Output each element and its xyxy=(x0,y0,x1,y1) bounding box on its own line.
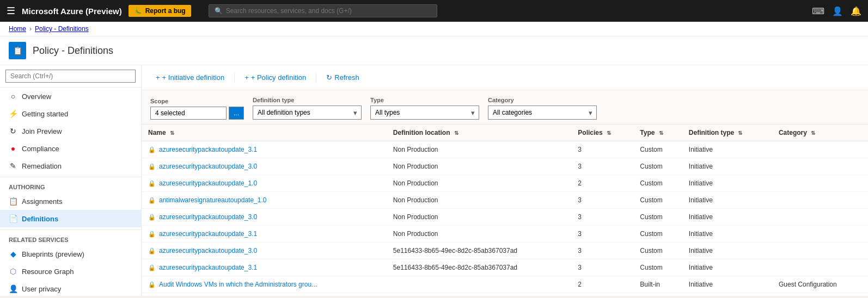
definition-link[interactable]: Audit Windows VMs in which the Administr… xyxy=(159,281,317,288)
sort-type-icon: ⇅ xyxy=(659,130,663,136)
scope-dots-button[interactable]: ... xyxy=(229,107,244,120)
sidebar-item-compliance[interactable]: ● Compliance xyxy=(0,140,141,157)
sidebar-item-definitions[interactable]: 📄 Definitions xyxy=(0,210,141,227)
sidebar-item-label: Definitions xyxy=(22,215,58,223)
sort-location-icon: ⇅ xyxy=(454,130,459,136)
sidebar: ○ Overview ⚡ Getting started ↻ Join Prev… xyxy=(0,65,142,296)
table-row: 🔒 azuresecuritypackautoupdate_1.0 Non Pr… xyxy=(142,175,868,192)
type-select-wrapper: All types xyxy=(370,105,479,120)
refresh-button[interactable]: ↻ Refresh xyxy=(321,71,365,84)
sidebar-item-label: Join Preview xyxy=(22,127,62,135)
sidebar-item-remediation[interactable]: ✎ Remediation xyxy=(0,157,141,175)
sidebar-item-getting-started[interactable]: ⚡ Getting started xyxy=(0,105,141,122)
cell-type: Custom xyxy=(633,192,682,209)
type-select[interactable]: All types xyxy=(370,105,479,120)
definition-link[interactable]: antimalwaresignatureautoupdate_1.0 xyxy=(159,196,266,204)
cell-name: 🔒 azuresecuritypackautoupdate_1.0 xyxy=(142,175,387,192)
sidebar-item-blueprints[interactable]: ◆ Blueprints (preview) xyxy=(0,245,141,263)
category-label: Category xyxy=(488,97,597,103)
breadcrumb-current[interactable]: Policy - Definitions xyxy=(35,25,89,33)
user-icon[interactable]: 👤 xyxy=(832,6,843,16)
lightning-icon: ⚡ xyxy=(9,109,17,118)
policy-icon: 🔒 xyxy=(148,180,156,187)
menu-icon[interactable]: ☰ xyxy=(7,5,15,17)
blueprints-icon: ◆ xyxy=(9,250,17,258)
policy-icon: 🔒 xyxy=(148,163,156,170)
definition-link[interactable]: azuresecuritypackautoupdate_3.0 xyxy=(159,247,257,254)
category-select[interactable]: All categories xyxy=(488,105,597,120)
report-bug-button[interactable]: 🐛 Report a bug xyxy=(129,5,191,17)
category-filter: Category All categories xyxy=(488,97,597,120)
user-privacy-icon: 👤 xyxy=(9,284,17,293)
topbar: ☰ Microsoft Azure (Preview) 🐛 Report a b… xyxy=(0,0,868,22)
col-type[interactable]: Type ⇅ xyxy=(633,125,682,141)
definition-link[interactable]: azuresecuritypackautoupdate_3.1 xyxy=(159,146,257,153)
scope-input-row: ... xyxy=(150,107,244,120)
authoring-section-title: Authoring xyxy=(0,179,141,193)
sidebar-item-label: Compliance xyxy=(22,145,59,153)
cell-type: Custom xyxy=(633,243,682,259)
cell-name: 🔒 azuresecuritypackautoupdate_3.0 xyxy=(142,243,387,259)
scope-input[interactable] xyxy=(150,107,227,120)
refresh-icon: ↻ xyxy=(326,73,332,82)
global-search[interactable]: 🔍 xyxy=(209,4,437,17)
col-category[interactable]: Category ⇅ xyxy=(772,125,868,141)
definition-link[interactable]: azuresecuritypackautoupdate_1.0 xyxy=(159,179,257,187)
filters-bar: Scope ... Definition type All definition… xyxy=(142,90,868,125)
definition-link[interactable]: azuresecuritypackautoupdate_3.1 xyxy=(159,264,257,271)
col-definition-location[interactable]: Definition location ⇅ xyxy=(387,125,572,141)
cell-type: Custom xyxy=(633,259,682,276)
scope-filter: Scope ... xyxy=(150,98,244,120)
col-name[interactable]: Name ⇅ xyxy=(142,125,387,141)
sidebar-search-input[interactable] xyxy=(5,70,136,83)
overview-icon: ○ xyxy=(9,92,17,101)
definition-link[interactable]: azuresecuritypackautoupdate_3.0 xyxy=(159,163,257,170)
cell-definition-type: Initiative xyxy=(682,243,772,259)
breadcrumb-home[interactable]: Home xyxy=(9,25,26,33)
definition-link[interactable]: azuresecuritypackautoupdate_3.0 xyxy=(159,213,257,221)
cell-location: Non Production xyxy=(387,158,572,175)
col-policies[interactable]: Policies ⇅ xyxy=(571,125,633,141)
cell-type: Built-in xyxy=(633,276,682,293)
col-definition-type[interactable]: Definition type ⇅ xyxy=(682,125,772,141)
add-policy-icon: + xyxy=(244,73,249,82)
sidebar-item-label: User privacy xyxy=(22,285,61,293)
policy-icon: 🔒 xyxy=(148,264,156,271)
toolbar-separator-1 xyxy=(234,72,235,83)
definition-type-select[interactable]: All definition types xyxy=(253,105,362,120)
cell-category xyxy=(772,243,868,259)
policy-icon: 🔒 xyxy=(148,281,156,288)
search-input[interactable] xyxy=(226,7,431,15)
scope-label: Scope xyxy=(150,98,244,104)
main-content: + + Initiative definition + + Policy def… xyxy=(142,65,868,296)
sidebar-item-join-preview[interactable]: ↻ Join Preview xyxy=(0,122,141,140)
search-icon: 🔍 xyxy=(215,7,223,15)
cell-type: Custom xyxy=(633,158,682,175)
page-icon: 📋 xyxy=(9,42,26,59)
sidebar-item-overview[interactable]: ○ Overview xyxy=(0,88,141,105)
definition-type-filter: Definition type All definition types xyxy=(253,97,362,120)
table-row: 🔒 azuresecuritypackautoupdate_3.1 Non Pr… xyxy=(142,226,868,243)
cell-definition-type: Initiative xyxy=(682,192,772,209)
cell-policies: 3 xyxy=(571,226,633,243)
initiative-definition-button[interactable]: + + Initiative definition xyxy=(150,71,230,84)
sidebar-item-user-privacy[interactable]: 👤 User privacy xyxy=(0,280,141,296)
table-row: 🔒 azuresecuritypackautoupdate_3.0 Non Pr… xyxy=(142,209,868,226)
app-title: Microsoft Azure (Preview) xyxy=(22,7,122,16)
remediation-icon: ✎ xyxy=(9,162,17,170)
policy-icon: 🔒 xyxy=(148,197,156,204)
policy-definition-button[interactable]: + + Policy definition xyxy=(239,71,311,84)
sidebar-item-assignments[interactable]: 📋 Assignments xyxy=(0,193,141,210)
notification-icon[interactable]: 🔔 xyxy=(851,6,861,16)
cell-policies: 3 xyxy=(571,259,633,276)
sidebar-item-resource-graph[interactable]: ⬡ Resource Graph xyxy=(0,263,141,280)
cell-category xyxy=(772,209,868,226)
cell-policies: 2 xyxy=(571,175,633,192)
sidebar-item-label: Assignments xyxy=(22,197,62,206)
cell-definition-type: Initiative xyxy=(682,226,772,243)
definition-link[interactable]: azuresecuritypackautoupdate_3.1 xyxy=(159,230,257,238)
cell-policies: 3 xyxy=(571,141,633,158)
terminal-icon[interactable]: ⌨ xyxy=(812,6,824,16)
sidebar-divider-2 xyxy=(0,229,141,230)
sidebar-item-label: Blueprints (preview) xyxy=(22,250,84,258)
